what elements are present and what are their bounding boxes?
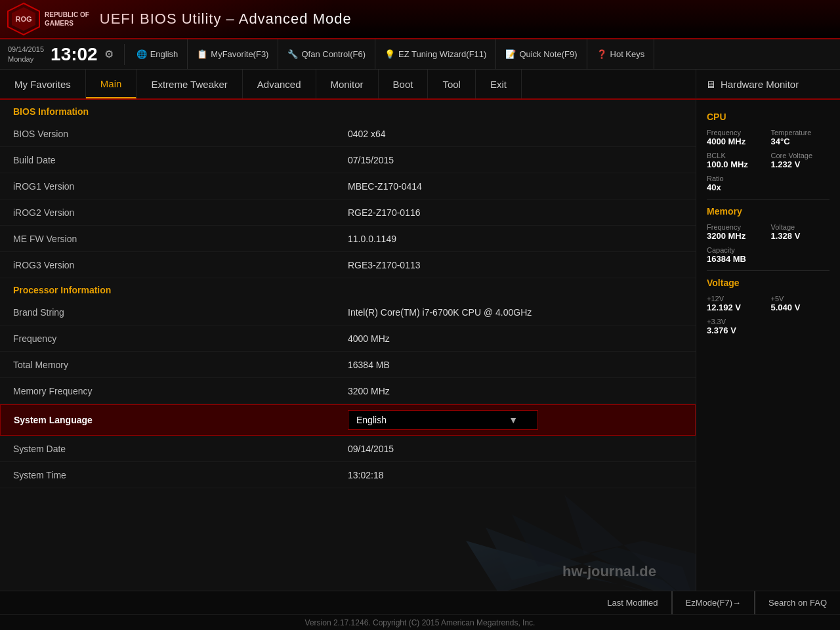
- tab-boot[interactable]: Boot: [379, 70, 429, 98]
- tab-tool[interactable]: Tool: [428, 70, 476, 98]
- toolbar-ez-tuning[interactable]: 💡 EZ Tuning Wizard(F11): [375, 39, 496, 69]
- tab-main[interactable]: Main: [86, 70, 137, 98]
- memory-section-title: Memory: [707, 206, 830, 217]
- build-date-row: Build Date 07/15/2015: [0, 147, 696, 173]
- voltage-33v: +3.3V 3.376 V: [707, 318, 830, 335]
- tab-advanced[interactable]: Advanced: [243, 70, 316, 98]
- bios-info-section: BIOS Information: [0, 100, 696, 121]
- footer-bottom: Version 2.17.1246. Copyright (C) 2015 Am…: [0, 615, 840, 630]
- note-icon: 📝: [505, 49, 516, 59]
- tab-exit[interactable]: Exit: [476, 70, 522, 98]
- nav-row: My Favorites Main Extreme Tweaker Advanc…: [0, 70, 840, 100]
- language-dropdown[interactable]: English ▼: [348, 410, 538, 430]
- clipboard-icon: 📋: [197, 49, 207, 59]
- memory-capacity: Capacity 16384 MB: [707, 246, 830, 264]
- svg-text:ROG: ROG: [15, 15, 32, 23]
- monitor-icon: 🖥: [705, 79, 715, 90]
- toolbar-hot-keys[interactable]: ❓ Hot Keys: [587, 39, 655, 69]
- tab-extreme-tweaker[interactable]: Extreme Tweaker: [136, 70, 242, 98]
- date-display: 09/14/2015 Monday: [8, 45, 44, 64]
- memory-voltage-divider: [707, 270, 830, 271]
- fan-icon: 🔧: [287, 49, 298, 59]
- cpu-section-title: CPU: [707, 112, 830, 122]
- rog-logo: ROG REPUBLIC OF GAMERS: [7, 2, 89, 36]
- system-time-row[interactable]: System Time 13:02:18: [0, 462, 696, 488]
- content-panel: BIOS Information BIOS Version 0402 x64 B…: [0, 100, 696, 591]
- total-memory-row: Total Memory 16384 MB: [0, 352, 696, 378]
- memory-frequency-row: Memory Frequency 3200 MHz: [0, 378, 696, 404]
- cpu-freq-temp: Frequency 4000 MHz Temperature 34°C: [707, 129, 830, 146]
- toolbar-qfan[interactable]: 🔧 Qfan Control(F6): [278, 39, 375, 69]
- globe-icon: 🌐: [136, 49, 147, 59]
- last-modified-button[interactable]: Last Modified: [594, 591, 671, 614]
- system-date-row[interactable]: System Date 09/14/2015: [0, 436, 696, 462]
- memory-freq-voltage: Frequency 3200 MHz Voltage 1.328 V: [707, 223, 830, 241]
- watermark-text: hw-journal.de: [562, 563, 656, 580]
- right-panel: CPU Frequency 4000 MHz Temperature 34°C …: [696, 100, 840, 591]
- decorative-area: hw-journal.de: [0, 488, 696, 591]
- bios-version-row: BIOS Version 0402 x64: [0, 121, 696, 147]
- toolbar-quick-note[interactable]: 📝 Quick Note(F9): [496, 39, 587, 69]
- chevron-down-icon: ▼: [509, 415, 518, 425]
- ez-mode-button[interactable]: EzMode(F7)→: [673, 591, 755, 614]
- header: ROG REPUBLIC OF GAMERS UEFI BIOS Utility…: [0, 0, 840, 39]
- toolbar: 09/14/2015 Monday 13:02 ⚙ 🌐 English 📋 My…: [0, 39, 840, 70]
- toolbar-myfavorite[interactable]: 📋 MyFavorite(F3): [188, 39, 278, 69]
- footer-top: Last Modified EzMode(F7)→ Search on FAQ: [0, 591, 840, 615]
- hw-monitor-header: 🖥 Hardware Monitor: [696, 70, 840, 100]
- irog3-row: iROG3 Version RGE3-Z170-0113: [0, 252, 696, 278]
- header-title: UEFI BIOS Utility – Advanced Mode: [100, 10, 833, 28]
- cpu-ratio: Ratio 40x: [707, 175, 830, 192]
- brand-string-row: Brand String Intel(R) Core(TM) i7-6700K …: [0, 299, 696, 326]
- time-display: 13:02: [51, 44, 98, 65]
- cpu-frequency-row: Frequency 4000 MHz: [0, 326, 696, 352]
- tab-my-favorites[interactable]: My Favorites: [0, 70, 86, 98]
- question-icon: ❓: [597, 49, 607, 59]
- search-faq-button[interactable]: Search on FAQ: [755, 591, 840, 614]
- cpu-bclk-voltage: BCLK 100.0 MHz Core Voltage 1.232 V: [707, 152, 830, 169]
- settings-icon[interactable]: ⚙: [104, 48, 114, 60]
- cpu-memory-divider: [707, 199, 830, 200]
- voltage-12v-5v: +12V 12.192 V +5V 5.040 V: [707, 295, 830, 312]
- datetime-area: 09/14/2015 Monday 13:02 ⚙: [8, 44, 125, 65]
- irog1-row: iROG1 Version MBEC-Z170-0414: [0, 173, 696, 200]
- me-fw-row: ME FW Version 11.0.0.1149: [0, 226, 696, 252]
- tab-monitor[interactable]: Monitor: [316, 70, 379, 98]
- irog2-row: iROG2 Version RGE2-Z170-0116: [0, 200, 696, 226]
- system-language-row[interactable]: System Language English ▼: [0, 404, 696, 436]
- main-content: BIOS Information BIOS Version 0402 x64 B…: [0, 100, 840, 591]
- voltage-section-title: Voltage: [707, 278, 830, 288]
- processor-info-section: Processor Information: [0, 278, 696, 299]
- nav-tabs: My Favorites Main Extreme Tweaker Advanc…: [0, 70, 696, 100]
- rog-text: REPUBLIC OF GAMERS: [45, 10, 89, 28]
- toolbar-language[interactable]: 🌐 English: [127, 39, 188, 69]
- footer-version: Version 2.17.1246. Copyright (C) 2015 Am…: [305, 618, 536, 627]
- footer-area: Last Modified EzMode(F7)→ Search on FAQ …: [0, 591, 840, 630]
- bulb-icon: 💡: [385, 49, 395, 59]
